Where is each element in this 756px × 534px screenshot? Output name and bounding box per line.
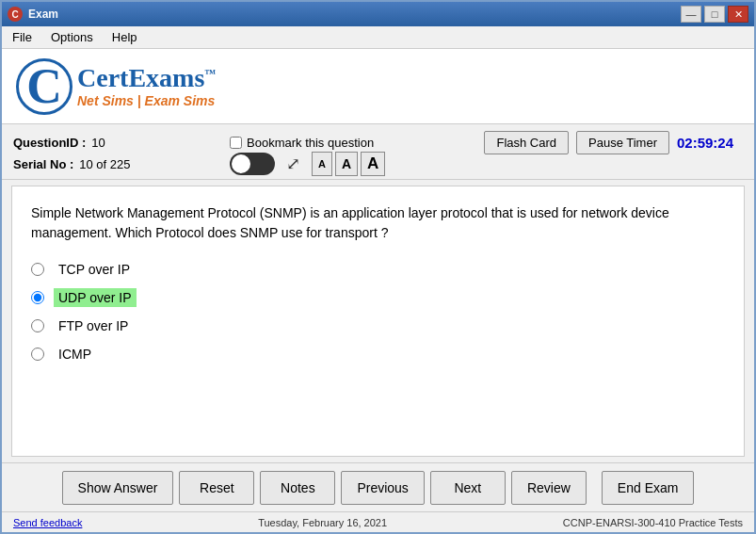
trademark: ™	[204, 67, 216, 80]
timer-display: 02:59:24	[677, 135, 743, 151]
info-bar: QuestionID : 10 Bookmark this question F…	[2, 124, 754, 180]
option-2-text: UDP over IP	[54, 288, 137, 307]
font-size-controls: A A A	[312, 152, 385, 176]
pause-timer-button[interactable]: Pause Timer	[576, 131, 669, 154]
main-window: C Exam — □ ✕ File Options Help C CertExa…	[0, 0, 756, 534]
notes-button[interactable]: Notes	[260, 471, 335, 505]
option-2-radio[interactable]	[31, 291, 44, 304]
maximize-button[interactable]: □	[704, 6, 725, 23]
option-4-text: ICMP	[54, 345, 96, 364]
toggle-knob	[232, 154, 250, 173]
logo-brand: CertExams™	[77, 64, 216, 93]
info-bar-bottom: Serial No : 10 of 225 ⤢ A A A	[13, 151, 743, 177]
option-1[interactable]: TCP over IP	[31, 260, 725, 279]
option-4[interactable]: ICMP	[31, 345, 725, 364]
bookmark-label: Bookmark this question	[247, 136, 374, 150]
title-bar-left: C Exam	[8, 7, 58, 22]
window-controls: — □ ✕	[681, 6, 748, 23]
app-icon: C	[8, 7, 23, 22]
review-button[interactable]: Review	[511, 471, 587, 505]
option-1-radio[interactable]	[31, 263, 44, 276]
info-left: QuestionID : 10	[13, 136, 183, 150]
toggle-switch[interactable]	[230, 153, 275, 175]
menu-bar: File Options Help	[2, 26, 754, 49]
minimize-button[interactable]: —	[681, 6, 701, 23]
serial-label: Serial No :	[13, 157, 73, 171]
info-controls: Flash Card Pause Timer 02:59:24	[484, 131, 743, 154]
status-date: Tuesday, February 16, 2021	[258, 517, 387, 528]
question-id-label: QuestionID :	[13, 136, 86, 150]
options-list: TCP over IP UDP over IP FTP over IP ICMP	[31, 260, 725, 364]
option-3[interactable]: FTP over IP	[31, 316, 725, 335]
option-1-text: TCP over IP	[54, 260, 135, 279]
previous-button[interactable]: Previous	[341, 471, 424, 505]
serial-value: 10 of 225	[79, 157, 130, 171]
bookmark-area: Bookmark this question	[230, 136, 374, 150]
question-id-row: QuestionID : 10	[13, 136, 183, 150]
font-large-button[interactable]: A	[361, 152, 385, 176]
logo-letter: C	[16, 58, 72, 115]
window-title: Exam	[28, 8, 58, 21]
logo-tagline: Net Sims | Exam Sims	[77, 93, 216, 108]
send-feedback-link[interactable]: Send feedback	[13, 517, 82, 528]
menu-help[interactable]: Help	[107, 28, 142, 46]
close-button[interactable]: ✕	[728, 6, 748, 23]
fullscreen-icon[interactable]: ⤢	[286, 154, 300, 174]
second-controls: ⤢ A A A	[230, 152, 385, 176]
option-3-text: FTP over IP	[54, 316, 133, 335]
flashcard-button[interactable]: Flash Card	[484, 131, 569, 154]
title-bar: C Exam — □ ✕	[2, 2, 754, 26]
font-small-button[interactable]: A	[312, 152, 332, 176]
next-button[interactable]: Next	[430, 471, 506, 505]
option-4-radio[interactable]	[31, 348, 44, 361]
menu-file[interactable]: File	[8, 28, 37, 46]
show-answer-button[interactable]: Show Answer	[62, 471, 174, 505]
option-3-radio[interactable]	[31, 319, 44, 332]
action-bar: Show Answer Reset Notes Previous Next Re…	[2, 462, 754, 511]
question-text: Simple Network Management Protocol (SNMP…	[31, 203, 725, 243]
logo-text: CertExams™ Net Sims | Exam Sims	[77, 64, 216, 108]
logo-area: C CertExams™ Net Sims | Exam Sims	[2, 49, 754, 124]
option-2[interactable]: UDP over IP	[31, 288, 725, 307]
serial-row: Serial No : 10 of 225	[13, 157, 183, 171]
end-exam-button[interactable]: End Exam	[602, 471, 695, 505]
status-exam-name: CCNP-ENARSI-300-410 Practice Tests	[563, 517, 743, 528]
menu-options[interactable]: Options	[46, 28, 98, 46]
question-area: Simple Network Management Protocol (SNMP…	[11, 186, 745, 457]
reset-button[interactable]: Reset	[179, 471, 254, 505]
status-bar: Send feedback Tuesday, February 16, 2021…	[2, 511, 754, 532]
font-medium-button[interactable]: A	[335, 152, 358, 176]
question-id-value: 10	[91, 136, 105, 150]
bookmark-checkbox[interactable]	[230, 137, 242, 149]
